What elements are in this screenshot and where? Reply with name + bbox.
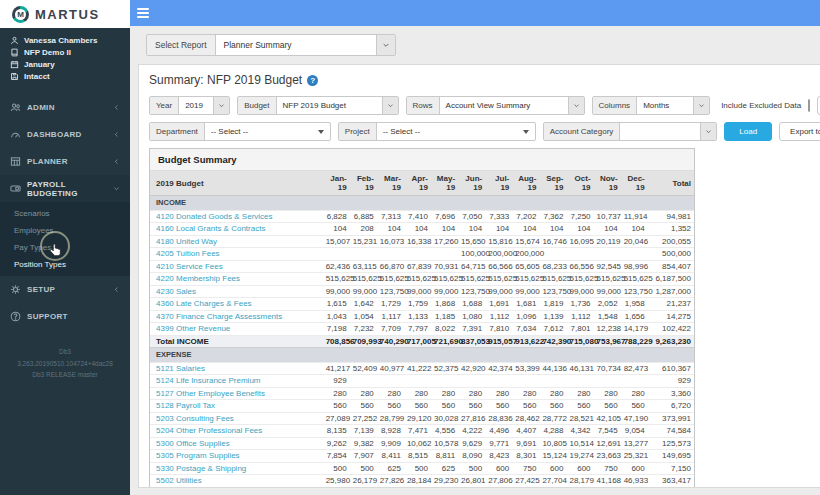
value-cell: 7,139 — [350, 425, 377, 438]
sidebar-item-scenarios[interactable]: Scenarios — [0, 205, 130, 222]
account-link[interactable]: 5204 Other Professional Fees — [150, 425, 323, 438]
value-cell: 41,217 — [323, 362, 350, 375]
select-report-dropdown[interactable]: Planner Summary — [216, 35, 376, 55]
rows-select[interactable]: Account View Summary — [440, 97, 568, 114]
value-cell: 28,836 — [485, 412, 512, 425]
section-label: EXPENSE — [150, 348, 694, 363]
value-cell: 28,521 — [566, 412, 593, 425]
value-cell: 25,321 — [621, 450, 648, 463]
value-cell: 99,000 — [566, 285, 593, 298]
value-cell: 1,958 — [621, 298, 648, 311]
table-row: 4210 Service Fees62,43663,11566,87067,83… — [150, 260, 694, 273]
account-link[interactable]: 5121 Salaries — [150, 362, 323, 375]
value-cell: 27,806 — [485, 475, 512, 488]
account-link[interactable]: 5124 Life Insurance Premium — [150, 375, 323, 388]
value-cell: 66,556 — [566, 260, 593, 273]
year-select[interactable]: 2019 — [179, 97, 213, 114]
account-link[interactable]: 4210 Service Fees — [150, 260, 323, 273]
account-category-select[interactable] — [620, 123, 700, 140]
account-link[interactable]: 5503 Janitorial Services — [150, 487, 323, 488]
chevron-down-icon[interactable] — [376, 35, 395, 55]
help-icon[interactable]: ? — [307, 75, 318, 86]
value-cell: 7,797 — [404, 323, 431, 336]
value-cell: 64,715 — [458, 260, 485, 273]
column-header: Nov-19 — [594, 171, 621, 196]
table-row: 4180 United Way15,00715,23116,07316,3381… — [150, 235, 694, 248]
value-cell: 200,000 — [512, 248, 539, 261]
table-row: 5124 Life Insurance Premium929929 — [150, 375, 694, 388]
chevron-down-icon[interactable] — [213, 97, 229, 114]
value-cell: 280 — [539, 387, 566, 400]
department-select[interactable]: -- Select -- — [205, 123, 330, 140]
value-cell: 12,824 — [323, 487, 350, 488]
chevron-down-icon[interactable] — [568, 97, 584, 114]
context-info: Vanessa Chambers NFP Demo II January Int… — [0, 28, 130, 86]
chevron-left-icon — [113, 104, 120, 111]
project-select[interactable]: -- Select -- — [377, 123, 535, 140]
value-cell: 41,168 — [594, 475, 621, 488]
value-cell: 62,436 — [323, 260, 350, 273]
value-cell: 1,043 — [323, 310, 350, 323]
value-cell: 515,625 — [539, 273, 566, 286]
value-cell: 8,135 — [323, 425, 350, 438]
sidebar-item-label: SUPPORT — [27, 312, 120, 321]
export-to-excel-button[interactable]: Export to Excel — [779, 122, 820, 141]
account-link[interactable]: 4230 Sales — [150, 285, 323, 298]
value-cell: 515,625 — [377, 273, 404, 286]
value-cell: 27,826 — [377, 475, 404, 488]
value-cell — [377, 248, 404, 261]
account-link[interactable]: 4120 Donated Goods & Services — [150, 210, 323, 223]
chevron-down-icon[interactable] — [382, 97, 398, 114]
sidebar-item-support[interactable]: SUPPORT — [0, 303, 130, 330]
value-cell: 4,556 — [431, 425, 458, 438]
value-cell: 1,691 — [485, 298, 512, 311]
value-cell: 104 — [458, 223, 485, 236]
account-link[interactable]: 4220 Membership Fees — [150, 273, 323, 286]
value-cell: 15,231 — [350, 235, 377, 248]
chevron-down-icon[interactable] — [700, 123, 716, 140]
sidebar-item-setup[interactable]: SETUP — [0, 276, 130, 303]
question-icon — [10, 311, 21, 322]
account-link[interactable]: 4360 Late Charges & Fees — [150, 298, 323, 311]
sidebar-item-dashboard[interactable]: DASHBOARD — [0, 121, 130, 148]
chevron-down-icon[interactable] — [693, 97, 709, 114]
sidebar-item-pay-types[interactable]: Pay Types — [0, 239, 130, 256]
value-cell: 9,263,230 — [648, 335, 694, 348]
account-link[interactable]: 5305 Program Supplies — [150, 450, 323, 463]
budget-select[interactable]: NFP 2019 Budget — [277, 97, 382, 114]
value-cell: 28,184 — [404, 475, 431, 488]
value-cell: 7,333 — [485, 210, 512, 223]
account-link[interactable]: 5300 Office Supplies — [150, 437, 323, 450]
hamburger-menu-icon[interactable] — [137, 6, 149, 20]
account-link[interactable]: 4205 Tuition Fees — [150, 248, 323, 261]
load-button[interactable]: Load — [724, 122, 772, 141]
account-link[interactable]: 4370 Finance Charge Assessments — [150, 310, 323, 323]
value-cell: 560 — [350, 400, 377, 413]
value-cell — [621, 248, 648, 261]
include-excluded-checkbox[interactable] — [808, 99, 810, 112]
account-link[interactable]: 4160 Local Grants & Contracts — [150, 223, 323, 236]
value-cell: 7,471 — [404, 425, 431, 438]
value-cell — [539, 375, 566, 388]
account-link[interactable]: 5128 Payroll Tax — [150, 400, 323, 413]
account-link[interactable]: 4180 United Way — [150, 235, 323, 248]
sidebar-item-payroll-budgeting[interactable]: PAYROLL BUDGETING — [0, 175, 130, 202]
account-link[interactable]: 5502 Utilities — [150, 475, 323, 488]
account-link[interactable]: 5330 Postage & Shipping — [150, 462, 323, 475]
sidebar-item-admin[interactable]: ADMIN — [0, 94, 130, 121]
account-link[interactable]: 5203 Consulting Fees — [150, 412, 323, 425]
columns-select[interactable]: Months — [637, 97, 693, 114]
sidebar-item-employees[interactable]: Employees — [0, 222, 130, 239]
value-cell: 29,120 — [404, 412, 431, 425]
value-cell: 915,057 — [485, 335, 512, 348]
value-cell: 600 — [566, 462, 593, 475]
value-cell: 1,729 — [377, 298, 404, 311]
sidebar-item-position-types[interactable]: Position Types — [0, 256, 130, 273]
value-cell: 560 — [431, 400, 458, 413]
account-link[interactable]: 4399 Other Revenue — [150, 323, 323, 336]
account-link[interactable]: 5127 Other Employee Benefits — [150, 387, 323, 400]
value-cell: 717,005 — [404, 335, 431, 348]
value-cell: 70,931 — [431, 260, 458, 273]
sidebar-item-planner[interactable]: PLANNER — [0, 148, 130, 175]
section-row: EXPENSE — [150, 348, 694, 363]
